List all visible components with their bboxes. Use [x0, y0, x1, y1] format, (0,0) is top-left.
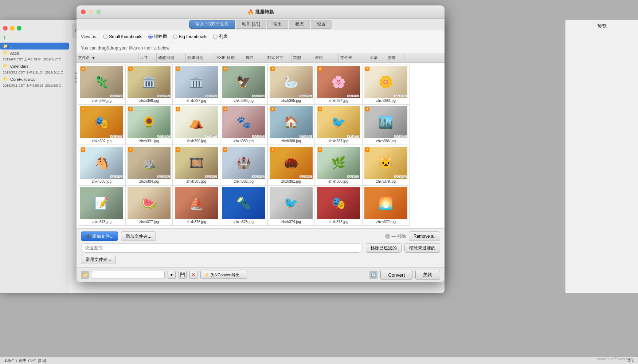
image-name-18: zhxh381.jpg: [281, 179, 301, 183]
image-cell-13[interactable]: 🏙️★ICC IPTCzhxh386.jpg: [362, 104, 410, 145]
tab-input[interactable]: 输入：399个文件: [189, 20, 235, 29]
preview-label: 预览: [597, 23, 607, 29]
remove-all-button[interactable]: Remove all: [409, 232, 440, 241]
common-folder-row: 常用文件夹...: [81, 255, 440, 264]
image-name-6: zhxh393.jpg: [376, 99, 396, 103]
image-cell-27[interactable]: 🌅zhxh372.jpg: [362, 185, 410, 226]
dialog-close[interactable]: [81, 9, 86, 14]
folder-browse-icon[interactable]: 📁: [81, 271, 89, 279]
image-cell-17[interactable]: 🏰★ICC IPTCzhxh382.jpg: [220, 145, 267, 185]
close-traffic-light[interactable]: [3, 26, 8, 31]
convert-icon: 🔄: [369, 271, 377, 279]
date-label-2: 2019/3/12 CST 下午1:31:34 2019/3/11 C: [0, 70, 69, 76]
view-big-thumbnails[interactable]: Big thumbnails: [173, 34, 208, 39]
sidebar-item-acce[interactable]: 📁 Acce: [0, 50, 69, 56]
date-label-3: 2019/3/11 CST 上午9:58:26 2019/6/5 C: [0, 83, 69, 89]
save-button[interactable]: 💾: [179, 271, 187, 279]
add-buttons-row: ➕ 添加文件... 添加文件夹... — — 移除 Remove all: [81, 232, 440, 241]
sidebar-item-current[interactable]: 📁 ..: [0, 43, 69, 50]
maximize-traffic-light[interactable]: [17, 26, 21, 31]
icc-iptc-11: ICC IPTC: [300, 135, 312, 138]
date-label-1: 2019/6/5 CST 上午8:39:04 2019/3/17 C: [0, 56, 69, 63]
image-name-4: zhxh395.jpg: [281, 99, 301, 103]
icc-iptc-14: ICC IPTC: [110, 175, 122, 178]
tab-status[interactable]: 状态: [289, 20, 310, 29]
image-cell-21[interactable]: 📝zhxh378.jpg: [78, 185, 125, 226]
dialog-maximize[interactable]: [96, 9, 101, 14]
image-grid-container[interactable]: 🦎★ICC IPTCzhxh399.jpg🏛️★ICC IPTCzhxh398.…: [77, 63, 445, 228]
th-attr: 属性: [244, 53, 266, 62]
image-thumb-22: 🍉: [128, 187, 171, 219]
image-name-8: zhxh391.jpg: [139, 139, 159, 143]
image-cell-8[interactable]: 🌻★ICC IPTCzhxh391.jpg: [125, 104, 173, 145]
image-cell-18[interactable]: 🌰★ICC IPTCzhxh381.jpg: [267, 145, 315, 185]
dialog-titlebar: 🔥 批量转换: [77, 5, 445, 19]
image-cell-5[interactable]: 🌸★ICC IPTCzhxh394.jpg: [315, 64, 362, 104]
remove-filtered-button[interactable]: 移除已过滤的: [366, 243, 402, 253]
th-type: 类型: [291, 53, 313, 62]
image-cell-1[interactable]: 🏛️★ICC IPTCzhxh398.jpg: [125, 64, 173, 104]
image-name-0: zhxh399.jpg: [92, 99, 111, 103]
tab-settings[interactable]: 设置: [311, 20, 332, 29]
image-thumb-8: 🌻★ICC IPTC: [128, 106, 171, 138]
image-cell-12[interactable]: 🐦★ICC IPTCzhxh387.jpg: [315, 104, 362, 145]
image-cell-0[interactable]: 🦎★ICC IPTCzhxh399.jpg: [78, 64, 125, 104]
image-thumb-24: 🔦: [222, 187, 265, 219]
dialog-title: 🔥 批量转换: [247, 9, 274, 15]
view-small-thumbnails[interactable]: Small thumbnails: [103, 34, 142, 39]
image-cell-2[interactable]: 🏛️★ICC IPTCzhxh397.jpg: [173, 64, 220, 104]
delete-button[interactable]: ✕: [189, 271, 197, 279]
image-cell-23[interactable]: ⛵zhxh376.jpg: [173, 185, 220, 226]
image-badge-12: ★: [318, 107, 322, 111]
image-cell-25[interactable]: 🐦zhxh374.jpg: [267, 185, 315, 226]
image-cell-4[interactable]: 🦢★ICC IPTCzhxh395.jpg: [267, 64, 315, 104]
image-cell-16[interactable]: 🎞️★ICC IPTCzhxh383.jpg: [173, 145, 220, 185]
dropdown-arrow-button[interactable]: ▼: [168, 271, 176, 279]
image-name-24: zhxh375.jpg: [234, 220, 254, 224]
image-cell-22[interactable]: 🍉zhxh377.jpg: [125, 185, 173, 226]
minimize-traffic-light[interactable]: [10, 26, 15, 31]
image-cell-20[interactable]: 🐱★ICC IPTCzhxh379.jpg: [362, 145, 410, 185]
view-list[interactable]: 列表: [213, 33, 228, 40]
icc-iptc-6: ICC IPTC: [394, 95, 407, 97]
image-name-3: zhxh396.jpg: [234, 99, 254, 103]
image-cell-11[interactable]: 🏠★ICC IPTCzhxh388.jpg: [267, 104, 315, 145]
image-cell-19[interactable]: 🌿★ICC IPTCzhxh380.jpg: [315, 145, 362, 185]
image-thumb-25: 🐦: [270, 187, 313, 219]
image-badge-2: ★: [176, 67, 180, 71]
convert-button[interactable]: Convert: [380, 270, 412, 280]
image-cell-10[interactable]: 🐾★ICC IPTCzhxh389.jpg: [220, 104, 267, 145]
view-thumbnails[interactable]: 缩略图: [148, 33, 167, 40]
image-cell-9[interactable]: ⛺★ICC IPTCzhxh390.jpg: [173, 104, 220, 145]
image-badge-7: ★: [81, 107, 85, 111]
image-thumb-4: 🦢★ICC IPTC: [270, 66, 313, 98]
image-cell-6[interactable]: 🌼★ICC IPTCzhxh393.jpg: [362, 64, 410, 104]
search-input[interactable]: [81, 243, 363, 253]
icc-iptc-8: ICC IPTC: [157, 135, 170, 138]
table-header: 文件名 ▼ 尺寸 修改日期 创建日期 EXIF 日期 属性 打印尺寸 类型 评论…: [77, 53, 445, 63]
image-cell-7[interactable]: 🎭★ICC IPTCzhxh392.jpg: [78, 104, 125, 145]
preview-panel: 预览: [565, 20, 638, 293]
image-cell-24[interactable]: 🔦zhxh375.jpg: [220, 185, 267, 226]
image-cell-15[interactable]: ⛰️★ICC IPTCzhxh384.jpg: [125, 145, 173, 185]
image-name-19: zhxh380.jpg: [329, 179, 348, 183]
export-nconvert-button[interactable]: ⚡ 为NConvert导出...: [200, 271, 247, 279]
sidebar-item-calendars[interactable]: 📁 Calendars: [0, 63, 69, 70]
common-folder-button[interactable]: 常用文件夹...: [81, 255, 116, 264]
output-path-input[interactable]: [92, 271, 165, 279]
image-cell-14[interactable]: 🐴★ICC IPTCzhxh385.jpg: [78, 145, 125, 185]
tab-action[interactable]: 动作 [1/1]: [236, 20, 267, 29]
image-cell-3[interactable]: 🦅★ICC IPTCzhxh396.jpg: [220, 64, 267, 104]
image-badge-15: ★: [128, 147, 133, 152]
icc-iptc-15: ICC IPTC: [157, 175, 170, 178]
add-folder-button[interactable]: 添加文件夹...: [121, 232, 156, 241]
image-cell-26[interactable]: 🎭zhxh373.jpg: [315, 185, 362, 226]
add-files-button[interactable]: ➕ 添加文件...: [81, 232, 118, 241]
dialog-minimize[interactable]: [89, 9, 93, 14]
th-comment: 评论: [313, 53, 339, 62]
refresh-icon: ↑: [3, 33, 6, 41]
remove-unfiltered-button[interactable]: 移除未过滤的: [404, 243, 440, 253]
close-button[interactable]: 关闭: [415, 270, 440, 280]
sidebar-item-corefollowup[interactable]: 📁 CoreFollowUp: [0, 76, 69, 83]
tab-output[interactable]: 输出: [267, 20, 288, 29]
